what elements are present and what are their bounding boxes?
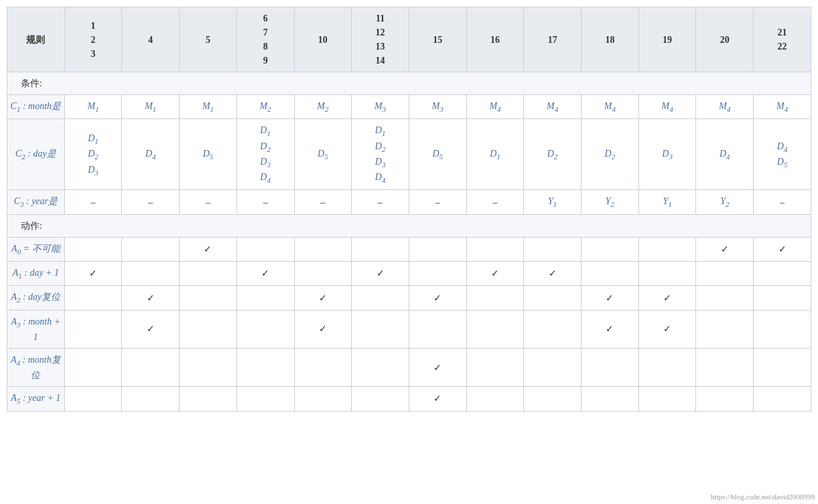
c1-val-11: M4 xyxy=(638,95,696,119)
table-container: 规则 123 4 5 6789 10 11121314 15 16 17 18 … xyxy=(0,0,818,504)
a3-val-2: ✓ xyxy=(122,310,180,348)
header-col4: 6789 xyxy=(236,7,294,72)
c3-label: C3 : year是 xyxy=(7,190,65,214)
a4-val-13 xyxy=(754,348,811,386)
a3-label: A3 : month + 1 xyxy=(7,310,65,348)
c3-val-3: – xyxy=(180,190,237,214)
a3-val-12 xyxy=(696,310,754,348)
a1-val-7 xyxy=(409,262,466,286)
a1-val-2 xyxy=(122,262,180,286)
c1-val-10: M4 xyxy=(582,95,639,119)
a4-val-6 xyxy=(352,348,409,386)
section-actions-row: 动作: xyxy=(7,214,811,237)
header-col2: 4 xyxy=(122,7,180,72)
c1-val-9: M4 xyxy=(524,95,582,119)
c3-val-4: – xyxy=(236,190,294,214)
a0-row: A0 = 不可能 ✓ ✓ ✓ xyxy=(7,237,811,261)
a1-val-1: ✓ xyxy=(64,262,122,286)
a0-val-7 xyxy=(409,237,466,261)
c2-val-4: D1D2D3D4 xyxy=(236,119,294,190)
section-conditions-row: 条件: xyxy=(7,72,811,95)
header-col8: 16 xyxy=(466,7,524,72)
a0-val-5 xyxy=(294,237,352,261)
a3-val-5: ✓ xyxy=(294,310,352,348)
c3-val-8: – xyxy=(466,190,524,214)
a1-val-8: ✓ xyxy=(466,262,524,286)
c3-val-11: Y1 xyxy=(638,190,696,214)
c3-val-13: – xyxy=(754,190,811,214)
c3-val-9: Y1 xyxy=(524,190,582,214)
decision-table: 规则 123 4 5 6789 10 11121314 15 16 17 18 … xyxy=(7,7,811,412)
c1-val-1: M1 xyxy=(64,95,122,119)
a5-val-6 xyxy=(352,387,409,411)
a3-val-1 xyxy=(64,310,122,348)
a0-val-10 xyxy=(582,237,639,261)
c3-val-2: – xyxy=(122,190,180,214)
a0-val-9 xyxy=(524,237,582,261)
c1-val-3: M1 xyxy=(180,95,237,119)
a2-row: A2 : day复位 ✓ ✓ ✓ ✓ ✓ xyxy=(7,286,811,310)
c2-val-1: D1D2D3 xyxy=(64,119,122,190)
header-rules: 规则 xyxy=(7,7,65,72)
c2-val-11: D3 xyxy=(638,119,696,190)
c1-val-4: M2 xyxy=(236,95,294,119)
c2-row: C2 : day是 D1D2D3 D4 D5 D1D2D3D4 D5 D1D2D… xyxy=(7,119,811,190)
c2-val-8: D1 xyxy=(466,119,524,190)
a5-val-9 xyxy=(524,387,582,411)
a2-val-2: ✓ xyxy=(122,286,180,310)
header-col5: 10 xyxy=(294,7,352,72)
c1-val-13: M4 xyxy=(754,95,811,119)
header-col12: 20 xyxy=(696,7,754,72)
a2-val-1 xyxy=(64,286,122,310)
a1-val-12 xyxy=(696,262,754,286)
a2-val-10: ✓ xyxy=(582,286,639,310)
a0-val-8 xyxy=(466,237,524,261)
a1-val-9: ✓ xyxy=(524,262,582,286)
a0-val-3: ✓ xyxy=(180,237,237,261)
header-col3: 5 xyxy=(180,7,237,72)
c2-val-13: D4D5 xyxy=(754,119,811,190)
a4-val-1 xyxy=(64,348,122,386)
a2-label: A2 : day复位 xyxy=(7,286,65,310)
a4-val-7: ✓ xyxy=(409,348,466,386)
a1-row: A1 : day + 1 ✓ ✓ ✓ ✓ ✓ xyxy=(7,262,811,286)
a1-val-11 xyxy=(638,262,696,286)
a2-val-7: ✓ xyxy=(409,286,466,310)
c1-val-5: M2 xyxy=(294,95,352,119)
a4-val-3 xyxy=(180,348,237,386)
c3-val-7: – xyxy=(409,190,466,214)
c3-val-5: – xyxy=(294,190,352,214)
c3-val-6: – xyxy=(352,190,409,214)
a4-val-12 xyxy=(696,348,754,386)
a1-val-5 xyxy=(294,262,352,286)
a2-val-5: ✓ xyxy=(294,286,352,310)
a0-val-13: ✓ xyxy=(754,237,811,261)
c3-val-1: – xyxy=(64,190,122,214)
a1-val-10 xyxy=(582,262,639,286)
a4-val-8 xyxy=(466,348,524,386)
a5-val-10 xyxy=(582,387,639,411)
a4-val-2 xyxy=(122,348,180,386)
a2-val-11: ✓ xyxy=(638,286,696,310)
a4-val-9 xyxy=(524,348,582,386)
header-col7: 15 xyxy=(409,7,466,72)
a5-val-5 xyxy=(294,387,352,411)
c2-label: C2 : day是 xyxy=(7,119,65,190)
a2-val-4 xyxy=(236,286,294,310)
a0-val-1 xyxy=(64,237,122,261)
a4-val-4 xyxy=(236,348,294,386)
a1-label: A1 : day + 1 xyxy=(7,262,65,286)
a3-val-8 xyxy=(466,310,524,348)
c2-val-7: D5 xyxy=(409,119,466,190)
a5-label: A5 : year + 1 xyxy=(7,387,65,411)
a3-val-6 xyxy=(352,310,409,348)
a1-val-6: ✓ xyxy=(352,262,409,286)
a1-val-13 xyxy=(754,262,811,286)
a4-val-10 xyxy=(582,348,639,386)
a2-val-12 xyxy=(696,286,754,310)
a5-val-2 xyxy=(122,387,180,411)
a0-val-4 xyxy=(236,237,294,261)
a3-val-11: ✓ xyxy=(638,310,696,348)
a4-val-11 xyxy=(638,348,696,386)
header-col10: 18 xyxy=(582,7,639,72)
